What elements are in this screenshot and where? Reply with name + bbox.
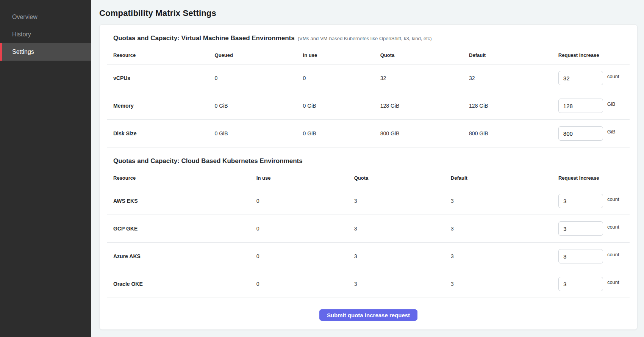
table-row-azure-aks: Azure AKS 0 3 3 count [107,243,630,270]
table-row-gcp-gke: GCP GKE 0 3 3 count [107,215,630,243]
section-vm-environments: Quotas and Capacity: Virtual Machine Bas… [107,34,630,147]
oracle-oke-increase-input[interactable] [558,277,603,291]
main-content: Compatibility Matrix Settings Quotas and… [91,0,644,337]
quota-value: 800 GiB [374,120,463,147]
col-header-in-use: In use [250,169,348,187]
sidebar: Overview History Settings [0,0,91,337]
col-header-default: Default [445,169,552,187]
azure-aks-increase-input[interactable] [558,249,603,263]
quota-value: 3 [348,215,445,243]
col-header-request-increase: Request Increase [552,47,630,64]
section-heading-vm: Quotas and Capacity: Virtual Machine Bas… [107,34,630,42]
col-header-queued: Queued [209,47,297,64]
unit-label: count [607,252,619,257]
in-use-value: 0 [250,187,348,215]
default-value: 3 [445,187,552,215]
cloud-k8s-quota-table: Resource In use Quota Default Request In… [107,169,630,298]
quota-value: 3 [348,270,445,298]
in-use-value: 0 [250,270,348,298]
in-use-value: 0 [297,64,374,92]
queued-value: 0 GiB [209,120,297,147]
queued-value: 0 GiB [209,92,297,120]
page-title: Compatibility Matrix Settings [99,8,638,18]
settings-card: Quotas and Capacity: Virtual Machine Bas… [99,24,638,330]
resource-name: Memory [107,92,209,120]
default-value: 128 GiB [463,92,552,120]
resource-name: AWS EKS [107,187,250,215]
default-value: 3 [445,243,552,270]
unit-label: count [607,224,619,230]
section-heading-cloud-k8s: Quotas and Capacity: Cloud Based Kuberne… [107,157,630,165]
col-header-resource: Resource [107,169,250,187]
resource-name: vCPUs [107,64,209,92]
sidebar-item-history[interactable]: History [0,26,91,43]
quota-value: 3 [348,187,445,215]
gcp-gke-increase-input[interactable] [558,221,603,236]
vm-quota-table: Resource Queued In use Quota Default Req… [107,47,630,147]
unit-label: count [607,279,619,285]
col-header-resource: Resource [107,47,209,64]
default-value: 3 [445,270,552,298]
col-header-default: Default [463,47,552,64]
col-header-quota: Quota [374,47,463,64]
col-header-request-increase: Request Increase [552,169,630,187]
quota-value: 128 GiB [374,92,463,120]
table-row-vcpus: vCPUs 0 0 32 32 count [107,64,630,92]
app-window: Overview History Settings Compatibility … [0,0,644,337]
in-use-value: 0 [250,215,348,243]
section-subtitle-vm: (VMs and VM-based Kubernetes like OpenSh… [298,36,432,41]
section-heading-vm-text: Quotas and Capacity: Virtual Machine Bas… [113,34,295,42]
card-footer: Submit quota increase request [107,309,630,322]
in-use-value: 0 GiB [297,92,374,120]
table-row-aws-eks: AWS EKS 0 3 3 count [107,187,630,215]
queued-value: 0 [209,64,297,92]
vm-table-header-row: Resource Queued In use Quota Default Req… [107,47,630,64]
resource-name: Oracle OKE [107,270,250,298]
col-header-quota: Quota [348,169,445,187]
default-value: 800 GiB [463,120,552,147]
resource-name: GCP GKE [107,215,250,243]
resource-name: Azure AKS [107,243,250,270]
quota-value: 3 [348,243,445,270]
sidebar-item-overview[interactable]: Overview [0,8,91,26]
sidebar-item-settings[interactable]: Settings [0,43,91,61]
memory-increase-input[interactable] [558,99,603,113]
cloud-table-header-row: Resource In use Quota Default Request In… [107,169,630,187]
default-value: 3 [445,215,552,243]
unit-label: count [607,196,619,202]
disk-size-increase-input[interactable] [558,126,603,141]
table-row-disk-size: Disk Size 0 GiB 0 GiB 800 GiB 800 GiB Gi… [107,120,630,147]
aws-eks-increase-input[interactable] [558,194,603,208]
unit-label: count [607,74,619,79]
quota-value: 32 [374,64,463,92]
in-use-value: 0 [250,243,348,270]
in-use-value: 0 GiB [297,120,374,147]
section-cloud-k8s-environments: Quotas and Capacity: Cloud Based Kuberne… [107,157,630,298]
vcpus-increase-input[interactable] [558,71,603,85]
unit-label: GiB [607,101,616,107]
unit-label: GiB [607,129,616,135]
resource-name: Disk Size [107,120,209,147]
table-row-memory: Memory 0 GiB 0 GiB 128 GiB 128 GiB GiB [107,92,630,120]
table-row-oracle-oke: Oracle OKE 0 3 3 count [107,270,630,298]
submit-quota-increase-button[interactable]: Submit quota increase request [319,309,417,321]
col-header-in-use: In use [297,47,374,64]
default-value: 32 [463,64,552,92]
